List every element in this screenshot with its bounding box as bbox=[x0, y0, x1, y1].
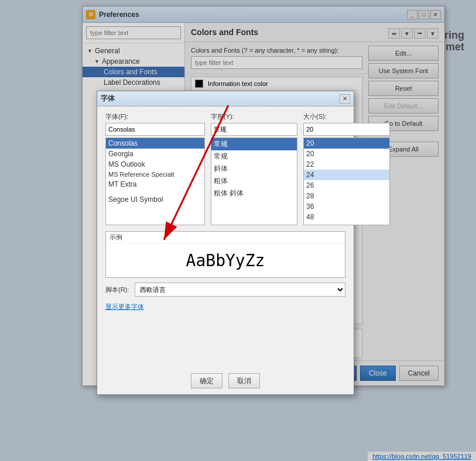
style-list-item-0[interactable]: 常规 bbox=[211, 138, 297, 150]
font-list-item-0[interactable]: Consolas bbox=[106, 138, 204, 149]
size-item-0[interactable]: 20 bbox=[304, 138, 389, 149]
style-list[interactable]: 常规 常规 斜体 粗体 粗体 斜体 bbox=[211, 137, 297, 225]
font-dialog-titlebar: 字体 ✕ bbox=[97, 91, 354, 106]
size-col-label: 大小(S): bbox=[303, 112, 390, 121]
font-script-select[interactable]: 西欧语言 bbox=[135, 283, 345, 297]
font-script-label: 脚本(R): bbox=[105, 285, 129, 294]
font-list-item-1[interactable]: Georgia bbox=[106, 149, 204, 159]
size-item-3[interactable]: 24 bbox=[304, 170, 389, 180]
size-item-7[interactable]: 48 bbox=[304, 212, 389, 222]
font-cancel-button[interactable]: 取消 bbox=[228, 373, 260, 388]
size-list[interactable]: 20 20 22 24 26 28 36 48 bbox=[303, 137, 390, 225]
font-preview-text: AaBbYyZz bbox=[106, 243, 345, 277]
size-item-6[interactable]: 36 bbox=[304, 201, 389, 212]
font-column: 字体(F): Consolas Georgia MS Outlook MS Re… bbox=[105, 112, 205, 225]
font-list-item-2[interactable]: MS Outlook bbox=[106, 159, 204, 170]
style-list-item-2[interactable]: 斜体 bbox=[211, 163, 297, 175]
font-columns: 字体(F): Consolas Georgia MS Outlook MS Re… bbox=[105, 112, 345, 225]
font-dialog: 字体 ✕ 字体(F): Consolas Georgia MS Outlook … bbox=[97, 91, 354, 395]
style-column: 字形(Y): 常规 常规 斜体 粗体 粗体 斜体 bbox=[211, 112, 297, 225]
font-list-item-3[interactable]: MS Reference Specialt bbox=[106, 170, 204, 179]
font-list-item-6[interactable]: Segoe UI Symbol bbox=[106, 194, 204, 205]
style-list-item-3[interactable]: 粗体 bbox=[211, 175, 297, 187]
font-list[interactable]: Consolas Georgia MS Outlook MS Reference… bbox=[105, 137, 205, 225]
size-input[interactable] bbox=[303, 123, 390, 136]
size-column: 大小(S): 20 20 22 24 26 28 36 48 bbox=[303, 112, 390, 225]
font-dialog-title: 字体 bbox=[101, 94, 115, 104]
font-list-item-5[interactable] bbox=[106, 190, 204, 194]
font-name-input[interactable] bbox=[105, 123, 205, 136]
font-preview-section: 示例 AaBbYyZz bbox=[105, 231, 345, 278]
style-list-item-4[interactable]: 粗体 斜体 bbox=[211, 187, 297, 199]
style-name-input[interactable] bbox=[211, 123, 297, 136]
style-list-item-1[interactable]: 常规 bbox=[211, 150, 297, 163]
font-dialog-body: 字体(F): Consolas Georgia MS Outlook MS Re… bbox=[97, 106, 354, 394]
size-item-5[interactable]: 28 bbox=[304, 191, 389, 201]
font-list-item-4[interactable]: MT Extra bbox=[106, 179, 204, 190]
font-dialog-buttons: 确定 取消 bbox=[105, 373, 345, 388]
font-preview-label: 示例 bbox=[106, 232, 345, 243]
font-ok-button[interactable]: 确定 bbox=[191, 373, 222, 388]
font-script-row: 脚本(R): 西欧语言 bbox=[105, 283, 345, 297]
size-item-4[interactable]: 26 bbox=[304, 180, 389, 191]
font-col-label: 字体(F): bbox=[105, 112, 205, 121]
show-more-fonts-link[interactable]: 显示更多字体 bbox=[105, 302, 345, 311]
font-dialog-close-button[interactable]: ✕ bbox=[340, 94, 350, 104]
size-item-2[interactable]: 22 bbox=[304, 159, 389, 170]
size-item-1[interactable]: 20 bbox=[304, 149, 389, 159]
style-col-label: 字形(Y): bbox=[211, 112, 297, 121]
